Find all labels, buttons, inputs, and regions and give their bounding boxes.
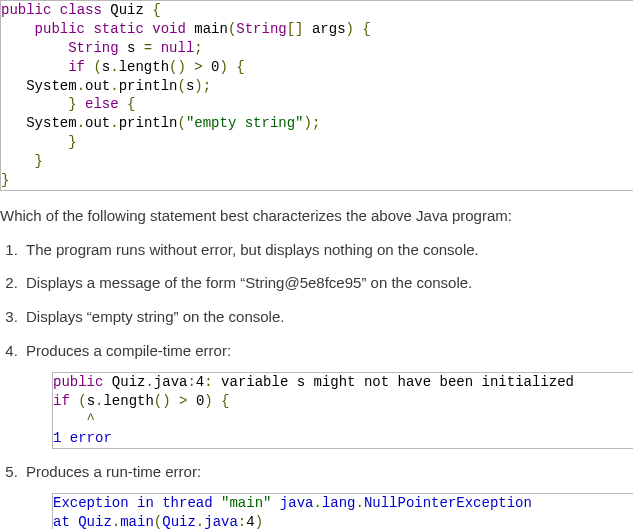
option-4: Produces a compile-time error: public Qu… bbox=[22, 340, 633, 449]
option-5-code: Exception in thread "main" java.lang.Nul… bbox=[52, 493, 633, 529]
option-4-code: public Quiz.java:4: variable s might not… bbox=[52, 372, 633, 450]
option-1-text: The program runs without error, but disp… bbox=[26, 241, 479, 258]
option-5-text: Produces a run-time error: bbox=[26, 463, 201, 480]
option-3: Displays “empty string” on the console. bbox=[22, 306, 633, 328]
options-list: The program runs without error, but disp… bbox=[0, 239, 633, 529]
option-3-text: Displays “empty string” on the console. bbox=[26, 308, 284, 325]
question-text: Which of the following statement best ch… bbox=[0, 205, 633, 227]
main-code-block: public class Quiz { public static void m… bbox=[0, 0, 633, 191]
option-4-text: Produces a compile-time error: bbox=[26, 342, 231, 359]
option-1: The program runs without error, but disp… bbox=[22, 239, 633, 261]
option-2-text: Displays a message of the form “String@5… bbox=[26, 274, 472, 291]
option-5: Produces a run-time error: Exception in … bbox=[22, 461, 633, 529]
option-2: Displays a message of the form “String@5… bbox=[22, 272, 633, 294]
